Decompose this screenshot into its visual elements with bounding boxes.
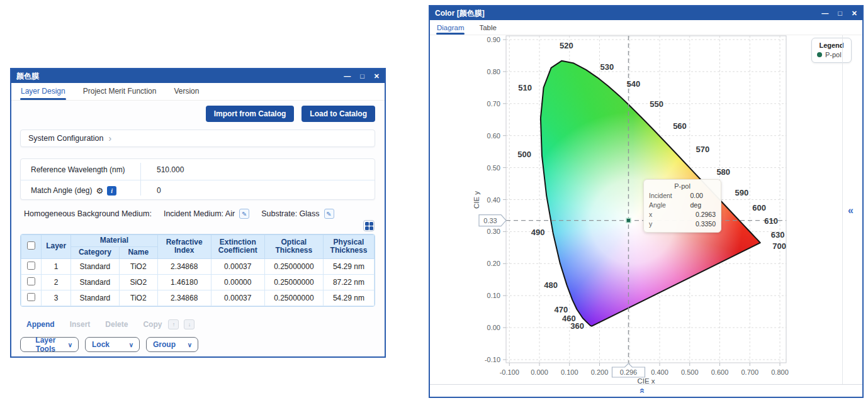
append-button[interactable]: Append <box>26 320 55 329</box>
y-tick-label: 0.60 <box>487 132 500 140</box>
table-cell[interactable]: 2.34868 <box>157 290 211 306</box>
display-settings-icon[interactable] <box>363 220 375 231</box>
table-cell[interactable]: 87.22 nm <box>323 274 374 290</box>
reference-wavelength-value[interactable]: 510.000 <box>140 165 375 174</box>
close-icon[interactable]: ✕ <box>852 10 857 17</box>
layer-tool-dropdowns: Layer Tools ∨ Lock ∨ Group ∨ <box>20 337 198 352</box>
parameters-panel: Reference Wavelength (nm) 510.000 Match … <box>20 158 375 200</box>
left-window-titlebar[interactable]: 颜色膜 — □ ✕ <box>11 69 385 83</box>
table-cell[interactable]: 2.34868 <box>157 258 211 274</box>
table-row: 1StandardTiO22.348680.000370.2500000054.… <box>21 258 375 274</box>
table-row: 3StandardTiO22.348680.000370.2500000054.… <box>21 290 375 306</box>
y-tick-label: 0.30 <box>487 228 500 235</box>
table-cell[interactable]: 1.46180 <box>157 274 211 290</box>
minimize-icon[interactable]: — <box>344 73 351 80</box>
y-tick-label: 0.70 <box>487 100 500 108</box>
move-up-button[interactable]: ↑ <box>168 319 179 329</box>
table-cell[interactable]: 3 <box>42 290 71 306</box>
table-cell[interactable]: 0.00037 <box>211 290 264 306</box>
table-cell[interactable]: TiO2 <box>119 258 157 274</box>
catalog-buttons: Import from Catalog Load to Catalog <box>206 106 375 122</box>
close-icon[interactable]: ✕ <box>374 73 380 80</box>
wavelength-label: 550 <box>650 99 663 109</box>
table-cell[interactable]: Standard <box>70 274 119 290</box>
edit-substrate-icon[interactable]: ✎ <box>324 209 334 219</box>
system-configuration-header[interactable]: System Configuration › <box>20 130 375 147</box>
tab-version[interactable]: Version <box>173 83 200 100</box>
wavelength-label: 480 <box>544 280 558 290</box>
table-cell[interactable]: Standard <box>70 258 119 274</box>
side-panel-divider <box>842 35 843 384</box>
copy-button[interactable]: Copy <box>143 320 162 329</box>
info-icon[interactable]: i <box>107 186 116 196</box>
bottom-bar: « <box>430 384 862 397</box>
table-cell[interactable]: 0.00037 <box>211 258 264 274</box>
wavelength-label: 360 <box>570 321 584 331</box>
wavelength-label: 510 <box>518 83 532 92</box>
table-cell[interactable]: 54.29 nm <box>323 258 374 274</box>
col-category: Category <box>70 246 119 258</box>
row-checkbox[interactable] <box>27 262 35 270</box>
maximize-icon[interactable]: □ <box>838 10 842 17</box>
expand-bottom-button[interactable]: « <box>638 388 648 393</box>
insert-button[interactable]: Insert <box>70 320 91 329</box>
layer-tools-dropdown[interactable]: Layer Tools ∨ <box>20 337 79 352</box>
table-cell[interactable]: 0.25000000 <box>264 290 323 306</box>
left-window-tabs: Layer Design Project Merit Function Vers… <box>11 83 385 101</box>
select-all-checkbox[interactable] <box>27 241 35 250</box>
tooltip-rows: Incident Angle0.00 degx0.2963y0.3350 <box>649 191 716 229</box>
wavelength-label: 530 <box>600 62 614 72</box>
match-angle-value[interactable]: 0 <box>140 186 375 195</box>
data-point-marker[interactable] <box>626 218 631 223</box>
tooltip-title: P-pol <box>649 182 716 190</box>
table-cell[interactable]: Standard <box>70 290 119 306</box>
desktop: 颜色膜 — □ ✕ Layer Design Project Merit Fun… <box>0 0 868 403</box>
delete-button[interactable]: Delete <box>105 320 128 329</box>
color-window-titlebar[interactable]: Color [颜色膜] — □ ✕ <box>430 6 862 20</box>
wavelength-label: 590 <box>735 188 749 197</box>
tab-diagram[interactable]: Diagram <box>436 21 465 35</box>
group-dropdown[interactable]: Group ∨ <box>146 337 198 352</box>
row-checkbox[interactable] <box>27 277 35 285</box>
wavelength-label: 560 <box>673 121 687 131</box>
maximize-icon[interactable]: □ <box>360 73 364 80</box>
table-cell[interactable]: TiO2 <box>119 290 157 306</box>
lock-dropdown[interactable]: Lock ∨ <box>85 337 140 352</box>
background-medium-row: Homogeneous Background Medium: Incident … <box>24 209 334 219</box>
svg-text:0.296: 0.296 <box>620 368 638 376</box>
x-tick-label: 0.500 <box>681 368 699 376</box>
table-cell[interactable]: 1 <box>42 258 71 274</box>
color-window-title: Color [颜色膜] <box>435 8 485 19</box>
move-down-button[interactable]: ↓ <box>184 319 194 329</box>
incident-medium-label: Incident Medium: Air <box>164 209 235 218</box>
y-tick-label: 0.40 <box>487 196 500 204</box>
collapse-panel-button[interactable]: « <box>848 205 854 216</box>
table-cell[interactable]: 0.00000 <box>211 274 264 290</box>
table-cell[interactable]: 0.25000000 <box>264 258 323 274</box>
wavelength-label: 490 <box>531 228 545 237</box>
left-window-title: 颜色膜 <box>16 71 39 82</box>
wavelength-label: 540 <box>627 79 641 89</box>
table-cell[interactable]: SiO2 <box>119 274 157 290</box>
window-controls: — □ ✕ <box>821 10 857 17</box>
tab-table[interactable]: Table <box>478 21 497 35</box>
y-tick-label: 0.10 <box>487 292 500 299</box>
gear-icon[interactable]: ⚙ <box>96 186 103 196</box>
wavelength-label: 630 <box>771 230 785 240</box>
select-all-cell <box>21 235 42 259</box>
load-to-catalog-button[interactable]: Load to Catalog <box>302 106 375 122</box>
tab-project-merit-function[interactable]: Project Merit Function <box>82 83 157 100</box>
table-cell[interactable]: 2 <box>42 274 71 290</box>
x-tick-label: 0.200 <box>591 368 609 376</box>
table-cell[interactable]: 54.29 nm <box>323 290 374 306</box>
group-label: Group <box>153 340 176 349</box>
y-axis-title: CIE y <box>473 191 480 209</box>
edit-incident-medium-icon[interactable]: ✎ <box>239 209 249 219</box>
chevron-down-icon: ∨ <box>129 341 133 348</box>
table-cell[interactable]: 0.25000000 <box>264 274 323 290</box>
tab-layer-design[interactable]: Layer Design <box>20 83 66 100</box>
row-checkbox[interactable] <box>27 293 35 301</box>
background-medium-label: Homogeneous Background Medium: <box>24 209 152 218</box>
minimize-icon[interactable]: — <box>821 10 828 17</box>
import-from-catalog-button[interactable]: Import from Catalog <box>206 106 295 122</box>
